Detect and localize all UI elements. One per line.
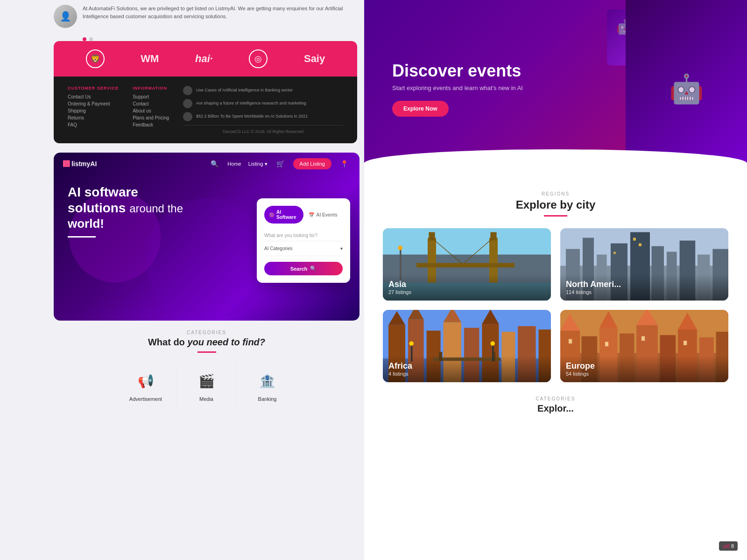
category-advertisement[interactable]: 📢 Advertisement — [116, 362, 176, 409]
regions-grid: Asia 27 listings — [383, 228, 728, 382]
news-text-3: $52.2 Billion To Be Spent Worldwide on A… — [196, 114, 308, 119]
svg-rect-24 — [633, 238, 636, 241]
news-text-1: Use Cases of Artificial Intelligence in … — [196, 88, 293, 93]
explore-eyebrow: Regions — [383, 191, 728, 196]
testimonial-section: 👤 At AutomataFi Solutions, we are privil… — [54, 0, 364, 33]
listmy-nav: 🅰 listmyAI 🔍 Home Listing ▾ 🛒 Add Listin… — [54, 153, 359, 175]
africa-region-overlay: Africa 4 listings — [383, 356, 551, 382]
add-listing-button[interactable]: Add Listing — [293, 158, 331, 169]
cart-icon[interactable]: 🛒 — [276, 160, 284, 168]
asia-region-overlay: Asia 27 listings — [383, 274, 551, 301]
category-banking[interactable]: 🏦 Banking — [237, 362, 298, 409]
categories-title: What do you need to find? — [54, 337, 359, 348]
news-item-2: Are shaping a future of intelligence res… — [183, 99, 343, 108]
svg-rect-65 — [605, 342, 608, 347]
categories-underline — [197, 351, 216, 353]
explore-now-button[interactable]: Explore Now — [392, 101, 449, 117]
footer-customer-service: CUSTOMER SERVICE Contact Us Ordering & P… — [68, 86, 119, 134]
search-icon[interactable]: 🔍 — [211, 160, 218, 168]
discover-subtitle: Start exploring events and learn what's … — [392, 84, 719, 91]
news-item-1: Use Cases of Artificial Intelligence in … — [183, 86, 343, 95]
explore-categories-bottom: Categories Explor... — [383, 396, 728, 414]
north-america-region-count: 114 listings — [566, 289, 723, 295]
footer-news: Use Cases of Artificial Intelligence in … — [183, 86, 343, 134]
svg-rect-64 — [569, 339, 572, 344]
search-btn-label: Search — [290, 266, 308, 272]
nav-home[interactable]: Home — [227, 161, 241, 167]
footer-link-shipping[interactable]: Shipping — [68, 108, 119, 113]
footer-link-contact-us[interactable]: Contact Us — [68, 94, 119, 99]
explore-title: Explore by city — [383, 198, 728, 211]
tab-software-label: AI Software — [276, 210, 299, 220]
tab-ai-software[interactable]: 🟣 AI Software — [264, 206, 303, 224]
hero-line1: AI software — [68, 185, 138, 199]
news-text-2: Are shaping a future of intelligence res… — [196, 101, 306, 106]
banking-icon: 🏦 — [256, 369, 279, 392]
footer-link-about[interactable]: About us — [133, 108, 169, 113]
svg-point-48 — [490, 341, 495, 346]
region-card-asia[interactable]: Asia 27 listings — [383, 228, 551, 301]
hero-line4: world! — [68, 217, 104, 231]
search-btn-icon: 🔍 — [310, 266, 317, 272]
search-what-field: What are you looking for? — [264, 230, 343, 241]
asia-region-count: 27 listings — [388, 289, 545, 295]
nav-links: 🔍 Home Listing ▾ 🛒 Add Listing 📍 — [209, 158, 350, 169]
footer-link-feedback[interactable]: Feedback — [133, 122, 169, 127]
footer-link-ordering[interactable]: Ordering & Payment — [68, 101, 119, 106]
region-card-africa[interactable]: Africa 4 listings — [383, 310, 551, 382]
listmy-section: 🅰 listmyAI 🔍 Home Listing ▾ 🛒 Add Listin… — [54, 153, 359, 321]
discover-wave — [364, 149, 747, 177]
testimonial-dots — [83, 37, 364, 41]
footer-link-plans[interactable]: Plans and Pricing — [133, 115, 169, 120]
listmy-logo: 🅰 listmyAI — [63, 160, 97, 168]
footer-link-contact[interactable]: Contact — [133, 101, 169, 106]
discover-section: Discover events Start exploring events a… — [364, 0, 747, 177]
footer-link-support[interactable]: Support — [133, 94, 169, 99]
region-card-europe[interactable]: Europe 54 listings — [560, 310, 728, 382]
category-icons-row: 📢 Advertisement 🎬 Media 🏦 Banking — [54, 362, 359, 409]
svg-rect-26 — [613, 252, 616, 254]
dot-1[interactable] — [83, 37, 86, 41]
search-category-dropdown[interactable]: AI Categories ▾ — [264, 246, 343, 256]
listmy-content: AI software solutions around the world! … — [54, 175, 359, 301]
tab-ai-events[interactable]: 📅 AI Events — [303, 206, 343, 224]
africa-region-name: Africa — [388, 361, 545, 371]
svg-rect-5 — [416, 263, 514, 268]
dot-2[interactable] — [89, 37, 93, 41]
explore-cat-eyebrow: Categories — [383, 396, 728, 401]
testimonial-avatar: 👤 — [54, 5, 77, 28]
brand-section: 🦁 WM hai· ◎ Saiy — [54, 41, 357, 77]
news-dot-3 — [183, 112, 192, 121]
hero-line3: around the — [129, 202, 183, 215]
discover-title: Discover events — [392, 61, 719, 81]
search-button[interactable]: Search 🔍 — [264, 262, 343, 275]
media-label: Media — [181, 396, 232, 402]
explore-underline — [544, 215, 567, 217]
advertisement-label: Advertisement — [120, 396, 171, 402]
brand-logo-hai: hai· — [195, 53, 213, 65]
category-media[interactable]: 🎬 Media — [176, 362, 237, 409]
location-icon[interactable]: 📍 — [340, 160, 348, 168]
svg-point-11 — [398, 245, 402, 250]
north-america-region-overlay: North Ameri... 114 listings — [560, 274, 728, 301]
categories-section: Categories What do you need to find? 📢 A… — [54, 330, 359, 409]
advertisement-icon: 📢 — [134, 369, 157, 392]
explore-cat-title: Explor... — [383, 403, 728, 414]
svg-rect-6 — [429, 232, 435, 241]
brand-logo-circle: ◎ — [249, 49, 268, 68]
nav-listing[interactable]: Listing ▾ — [248, 161, 268, 167]
brand-logo-lion: 🦁 — [86, 49, 105, 68]
discover-content: Discover events Start exploring events a… — [392, 61, 719, 117]
left-panel: 👤 At AutomataFi Solutions, we are privil… — [0, 0, 364, 560]
tab-events-label: AI Events — [316, 212, 338, 217]
listmy-hero-text: AI software solutions around the world! — [68, 184, 189, 231]
africa-region-count: 4 listings — [388, 371, 545, 377]
north-america-region-name: North Ameri... — [566, 280, 723, 289]
right-panel: Discover events Start exploring events a… — [364, 0, 747, 560]
explore-section: Regions Explore by city — [364, 177, 747, 560]
footer-link-faq[interactable]: FAQ — [68, 122, 119, 127]
svg-rect-66 — [641, 336, 645, 341]
search-placeholder[interactable]: What are you looking for? — [264, 233, 317, 238]
footer-link-returns[interactable]: Returns — [68, 115, 119, 120]
region-card-north-america[interactable]: North Ameri... 114 listings — [560, 228, 728, 301]
